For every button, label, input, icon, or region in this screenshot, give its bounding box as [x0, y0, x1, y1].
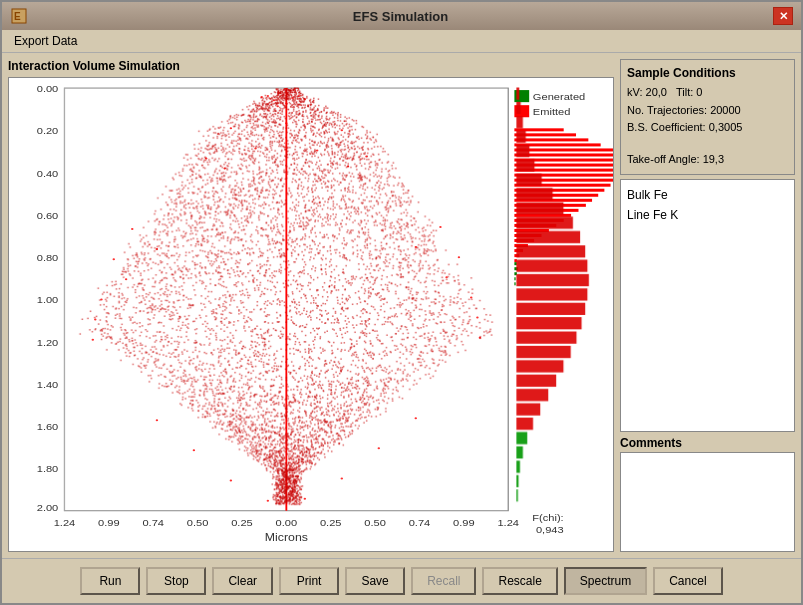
plot-title: Interaction Volume Simulation	[8, 59, 614, 73]
svg-rect-93	[514, 224, 556, 227]
svg-point-20	[316, 149, 318, 151]
svg-point-30	[445, 276, 447, 278]
svg-point-10	[285, 102, 287, 104]
svg-point-25	[156, 248, 158, 250]
svg-text:1.80: 1.80	[37, 464, 59, 474]
svg-point-38	[415, 417, 417, 419]
svg-point-13	[276, 105, 278, 107]
svg-rect-72	[514, 105, 529, 117]
clear-button[interactable]: Clear	[212, 567, 273, 595]
comments-box[interactable]	[620, 452, 795, 552]
svg-rect-77	[514, 143, 600, 146]
save-button[interactable]: Save	[345, 567, 405, 595]
svg-text:Generated: Generated	[533, 92, 585, 102]
svg-text:0.25: 0.25	[320, 518, 342, 528]
svg-point-33	[94, 319, 96, 321]
trajectories-line: No. Trajectories: 20000	[627, 102, 788, 120]
svg-rect-83	[514, 174, 613, 177]
title-bar: E EFS Simulation ✕	[2, 2, 801, 30]
svg-point-31	[100, 298, 102, 300]
button-bar: Run Stop Clear Print Save Recall Rescale…	[2, 558, 801, 603]
svg-text:1.24: 1.24	[497, 518, 519, 528]
svg-point-26	[415, 246, 417, 248]
svg-point-16	[285, 122, 287, 124]
svg-point-9	[297, 95, 299, 97]
svg-rect-98	[514, 249, 523, 252]
svg-rect-86	[514, 189, 604, 192]
svg-rect-82	[514, 169, 613, 172]
svg-point-35	[92, 339, 94, 341]
cancel-button[interactable]: Cancel	[653, 567, 722, 595]
svg-point-11	[260, 96, 262, 98]
svg-point-17	[205, 158, 207, 160]
tilt-label: Tilt: 0	[676, 86, 703, 98]
run-button[interactable]: Run	[80, 567, 140, 595]
svg-rect-97	[514, 244, 528, 247]
svg-point-6	[291, 97, 293, 99]
menu-bar: Export Data	[2, 30, 801, 53]
svg-rect-78	[514, 148, 613, 151]
svg-point-36	[479, 337, 481, 339]
svg-text:0.00: 0.00	[37, 84, 59, 94]
svg-point-43	[267, 500, 269, 502]
rescale-button[interactable]: Rescale	[482, 567, 557, 595]
close-button[interactable]: ✕	[773, 7, 793, 25]
svg-point-24	[439, 226, 441, 228]
svg-rect-99	[514, 254, 519, 257]
svg-text:1.40: 1.40	[37, 380, 59, 390]
comments-label: Comments	[620, 436, 795, 450]
main-window: E EFS Simulation ✕ Export Data Interacti…	[0, 0, 803, 605]
svg-text:0.00: 0.00	[276, 518, 298, 528]
plot-svg: 0.00 0.20 0.40 0.60 0.80 1.00 1.20 1.40 …	[9, 78, 613, 551]
svg-text:0.60: 0.60	[37, 211, 59, 221]
svg-rect-79	[514, 153, 613, 156]
svg-rect-76	[514, 138, 588, 141]
svg-point-40	[378, 447, 380, 449]
stop-button[interactable]: Stop	[146, 567, 206, 595]
svg-text:0.99: 0.99	[98, 518, 120, 528]
material-line2: Line Fe K	[627, 206, 788, 225]
svg-rect-94	[514, 229, 549, 232]
svg-text:0,943: 0,943	[536, 525, 564, 535]
svg-text:Emitted: Emitted	[533, 107, 571, 117]
sample-conditions-kv-tilt: kV: 20,0 Tilt: 0	[627, 84, 788, 102]
window-title: EFS Simulation	[353, 9, 448, 24]
svg-rect-105	[514, 282, 515, 285]
svg-text:0.50: 0.50	[364, 518, 386, 528]
svg-point-14	[230, 127, 232, 129]
svg-rect-104	[514, 277, 515, 280]
svg-point-37	[156, 419, 158, 421]
svg-point-19	[254, 147, 256, 149]
svg-rect-92	[514, 219, 563, 222]
sample-conditions-title: Sample Conditions	[627, 66, 788, 80]
svg-point-42	[341, 478, 343, 480]
recall-button[interactable]: Recall	[411, 567, 476, 595]
svg-rect-101	[514, 262, 516, 265]
svg-text:0.50: 0.50	[187, 518, 209, 528]
material-box: Bulk Fe Line Fe K	[620, 179, 795, 432]
svg-text:1.24: 1.24	[54, 518, 76, 528]
print-button[interactable]: Print	[279, 567, 339, 595]
menu-export-data[interactable]: Export Data	[10, 33, 81, 49]
kv-label: kV: 20,0	[627, 86, 667, 98]
svg-text:0.74: 0.74	[409, 518, 431, 528]
svg-rect-96	[514, 239, 534, 242]
svg-point-34	[476, 317, 478, 319]
sample-conditions-box: Sample Conditions kV: 20,0 Tilt: 0 No. T…	[620, 59, 795, 175]
svg-text:0.40: 0.40	[37, 169, 59, 179]
svg-point-28	[458, 256, 460, 258]
svg-point-18	[365, 155, 367, 157]
spectrum-button[interactable]: Spectrum	[564, 567, 647, 595]
svg-text:Microns: Microns	[265, 532, 309, 543]
svg-rect-80	[514, 159, 613, 162]
svg-point-21	[223, 168, 225, 170]
svg-text:0.25: 0.25	[231, 518, 253, 528]
left-panel: Interaction Volume Simulation	[8, 59, 614, 552]
svg-rect-85	[514, 184, 610, 187]
svg-rect-75	[514, 133, 576, 136]
svg-rect-100	[514, 259, 516, 262]
svg-point-32	[470, 296, 472, 298]
svg-rect-95	[514, 234, 541, 237]
svg-text:1.00: 1.00	[37, 295, 59, 305]
svg-rect-91	[514, 214, 571, 217]
